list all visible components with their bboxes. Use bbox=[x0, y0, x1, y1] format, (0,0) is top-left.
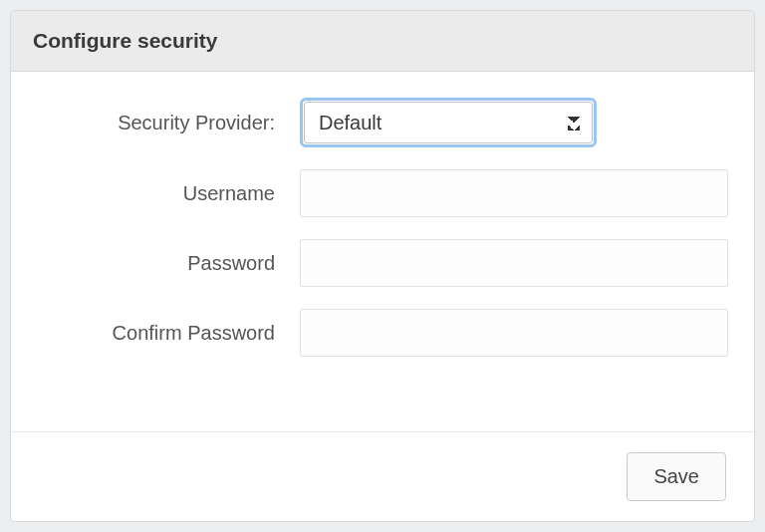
confirm-password-control bbox=[300, 309, 728, 357]
password-control bbox=[300, 239, 728, 287]
username-row: Username bbox=[51, 169, 714, 217]
password-label: Password bbox=[51, 252, 300, 275]
confirm-password-row: Confirm Password bbox=[51, 309, 714, 357]
password-input[interactable] bbox=[300, 239, 728, 287]
security-provider-select[interactable]: Default bbox=[304, 102, 593, 143]
panel-title: Configure security bbox=[11, 11, 754, 72]
save-button[interactable]: Save bbox=[627, 452, 726, 501]
security-provider-label: Security Provider: bbox=[51, 112, 300, 134]
confirm-password-input[interactable] bbox=[300, 309, 728, 357]
username-control bbox=[300, 169, 728, 217]
security-provider-row: Security Provider: Default bbox=[51, 98, 714, 147]
password-row: Password bbox=[51, 239, 714, 287]
username-input[interactable] bbox=[300, 169, 728, 217]
username-label: Username bbox=[51, 182, 300, 205]
security-provider-control: Default bbox=[300, 98, 714, 147]
panel-footer: Save bbox=[11, 431, 754, 521]
panel-body: Security Provider: Default Username Pass… bbox=[11, 72, 754, 389]
configure-security-panel: Configure security Security Provider: De… bbox=[10, 10, 755, 522]
confirm-password-label: Confirm Password bbox=[51, 322, 300, 345]
security-provider-focus-ring: Default bbox=[300, 98, 597, 147]
